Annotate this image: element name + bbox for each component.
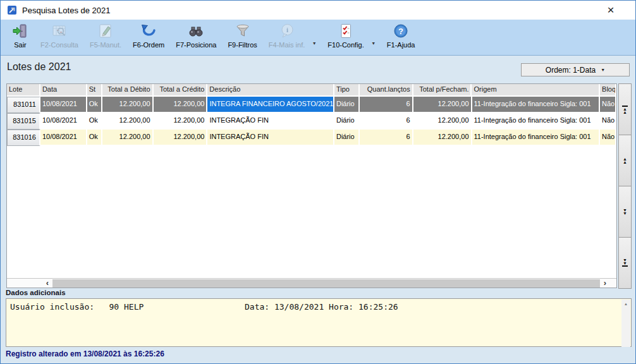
toolbar-button-f1-ajuda[interactable]: ?F1-Ajuda — [385, 22, 417, 49]
column-header-bloq[interactable]: Bloq — [600, 84, 616, 97]
additional-data-panel[interactable]: Usuário inclusão: 90 HELP Data: 13/08/20… — [6, 298, 632, 347]
help-icon: ? — [393, 23, 409, 39]
cell-total-a-cr-dito[interactable]: 12.200,00 — [154, 130, 208, 146]
toolbar-button-label: F10-Config. — [327, 41, 364, 49]
toolbar-button-f5-manut: F5-Manut. — [88, 22, 123, 49]
cell-lote[interactable]: 831016 — [7, 130, 40, 146]
cell-lote[interactable]: 831011 — [7, 97, 40, 113]
cell-quant-lan-tos[interactable]: 6 — [360, 113, 413, 130]
cell-descri-o[interactable]: INTEGRA FINANCEIRO AGOSTO/2021 — [207, 97, 334, 113]
table-row[interactable]: 83101110/08/2021Ok12.200,0012.200,00INTE… — [7, 97, 616, 113]
order-dropdown[interactable]: Ordem: 1-Data ▼ — [521, 63, 630, 76]
toolbar-button-f7-posiciona[interactable]: F7-Posiciona — [174, 22, 218, 49]
page-title: Lotes de 2021 — [7, 61, 71, 73]
cell-data[interactable]: 10/08/2021 — [40, 97, 87, 113]
column-header-total-a-d-bito[interactable]: Total a Débito — [102, 84, 154, 97]
toolbar-button-f4-mais-inf: iF4-Mais inf. — [267, 22, 307, 49]
cell-total-a-cr-dito[interactable]: 12.200,00 — [154, 113, 208, 130]
grid-header: LoteDataStTotal a DébitoTotal a CréditoD… — [7, 84, 616, 97]
cell-total-a-cr-dito[interactable]: 12.200,00 — [154, 97, 208, 113]
edit-pencil-icon — [97, 23, 114, 39]
chevron-down-icon[interactable]: ▼ — [370, 41, 377, 46]
app-icon — [7, 5, 17, 15]
horizontal-scrollbar-thumb[interactable] — [52, 279, 600, 288]
scroll-right-icon[interactable]: › — [600, 278, 610, 288]
cell-origem[interactable]: 11-Integração do financeiro Sigla: 001 — [472, 130, 601, 146]
chevron-down-icon: ▼ — [601, 68, 605, 72]
cell-bloq[interactable]: Não — [600, 113, 616, 130]
toolbar-button-label: F5-Manut. — [90, 41, 121, 49]
cell-total-p-fecham[interactable]: 12.200,00 — [413, 113, 472, 130]
column-header-tipo[interactable]: Tipo — [334, 84, 360, 97]
cell-quant-lan-tos[interactable]: 6 — [360, 97, 413, 113]
toolbar-button-label: F4-Mais inf. — [269, 41, 305, 49]
toolbar-button-f6-ordem[interactable]: F6-Ordem — [131, 22, 166, 49]
next-page-button[interactable]: ▼▼ — [618, 186, 632, 238]
toolbar-button-label: F9-Filtros — [228, 41, 257, 49]
column-header-quant-lan-tos[interactable]: Quant.lançtos — [360, 84, 413, 97]
table-row[interactable]: 83101510/08/2021Ok12.200,0012.200,00INTE… — [7, 113, 616, 130]
scroll-left-icon[interactable]: ‹ — [42, 278, 52, 288]
cell-origem[interactable]: 11-Integração do financeiro Sigla: 001 — [472, 97, 601, 113]
close-button[interactable]: × — [596, 1, 625, 20]
toolbar-button-f2-consulta: F2-Consulta — [39, 22, 80, 49]
cell-lote[interactable]: 831015 — [7, 113, 40, 130]
cell-st[interactable]: Ok — [87, 97, 102, 113]
last-record-button[interactable]: ▼▼ — [618, 237, 632, 289]
cell-descri-o[interactable]: INTEGRAÇÃO FIN — [207, 113, 334, 130]
cell-bloq[interactable]: Não — [600, 97, 616, 113]
user-inclusion-text: Usuário inclusão: 90 HELP — [10, 302, 144, 312]
cell-st[interactable]: Ok — [87, 130, 102, 146]
toolbar-button-label: F6-Ordem — [133, 41, 164, 49]
toolbar-button-label: F2-Consulta — [40, 41, 78, 49]
chevron-down-icon[interactable]: ▼ — [310, 41, 318, 46]
cell-total-a-d-bito[interactable]: 12.200,00 — [102, 113, 154, 130]
cell-total-p-fecham[interactable]: 12.200,00 — [413, 130, 472, 146]
checklist-icon — [338, 23, 354, 39]
cell-total-p-fecham[interactable]: 12.200,00 — [413, 97, 472, 113]
exit-door-icon — [12, 23, 28, 39]
cell-st[interactable]: Ok — [87, 113, 102, 130]
toolbar: SairF2-ConsultaF5-Manut.F6-OrdemF7-Posic… — [1, 20, 635, 56]
horizontal-scrollbar[interactable]: ‹ › — [7, 278, 616, 288]
column-header-lote[interactable]: Lote — [7, 84, 40, 97]
toolbar-button-f10-config[interactable]: F10-Config. — [326, 22, 365, 49]
toolbar-button-f9-filtros[interactable]: F9-Filtros — [226, 22, 259, 49]
funnel-icon — [235, 23, 251, 39]
cell-total-a-d-bito[interactable]: 12.200,00 — [102, 97, 154, 113]
title-bar: Pesquisa Lotes de 2021 × — [1, 1, 635, 20]
order-dropdown-label: Ordem: 1-Data — [546, 66, 596, 75]
table-search-icon — [51, 23, 68, 39]
cell-tipo[interactable]: Diário — [334, 113, 360, 130]
status-text: Registro alterado em 13/08/2021 às 16:25… — [6, 349, 164, 358]
binoculars-icon — [188, 23, 204, 39]
cell-tipo[interactable]: Diário — [334, 130, 360, 146]
toolbar-button-label: Sair — [14, 41, 27, 49]
undo-arrow-icon — [140, 23, 157, 39]
column-header-data[interactable]: Data — [40, 84, 87, 97]
cell-data[interactable]: 10/08/2021 — [40, 130, 87, 146]
datetime-text: Data: 13/08/2021 Hora: 16:25:26 — [245, 302, 398, 312]
cell-total-a-d-bito[interactable]: 12.200,00 — [102, 130, 154, 146]
column-header-origem[interactable]: Origem — [472, 84, 600, 97]
cell-data[interactable]: 10/08/2021 — [40, 113, 87, 130]
svg-text:?: ? — [398, 27, 403, 36]
first-record-button[interactable]: ▲▲ — [618, 83, 632, 135]
column-header-total-a-cr-dito[interactable]: Total a Crédito — [154, 84, 208, 97]
panel-scrollbar[interactable]: ▲ — [621, 300, 630, 347]
window-title: Pesquisa Lotes de 2021 — [22, 6, 111, 15]
prior-page-button[interactable]: ▲▲ — [618, 135, 632, 186]
cell-quant-lan-tos[interactable]: 6 — [360, 130, 413, 146]
toolbar-button-sair[interactable]: Sair — [9, 22, 31, 49]
column-header-descri-o[interactable]: Descrição — [207, 84, 334, 97]
cell-descri-o[interactable]: INTEGRAÇÃO FIN — [207, 130, 334, 146]
cell-origem[interactable]: 11-Integração do financeiro Sigla: 001 — [472, 113, 601, 130]
cell-bloq[interactable]: Não — [600, 130, 616, 146]
table-row[interactable]: 83101610/08/2021Ok12.200,0012.200,00INTE… — [7, 130, 616, 146]
cell-tipo[interactable]: Diário — [334, 97, 360, 113]
info-bubble-icon: i — [279, 23, 295, 39]
grid-body: 83101110/08/2021Ok12.200,0012.200,00INTE… — [7, 97, 616, 146]
scroll-up-icon[interactable]: ▲ — [621, 300, 630, 308]
column-header-total-p-fecham[interactable]: Total p/Fecham. — [413, 84, 472, 97]
column-header-st[interactable]: St — [87, 84, 102, 97]
